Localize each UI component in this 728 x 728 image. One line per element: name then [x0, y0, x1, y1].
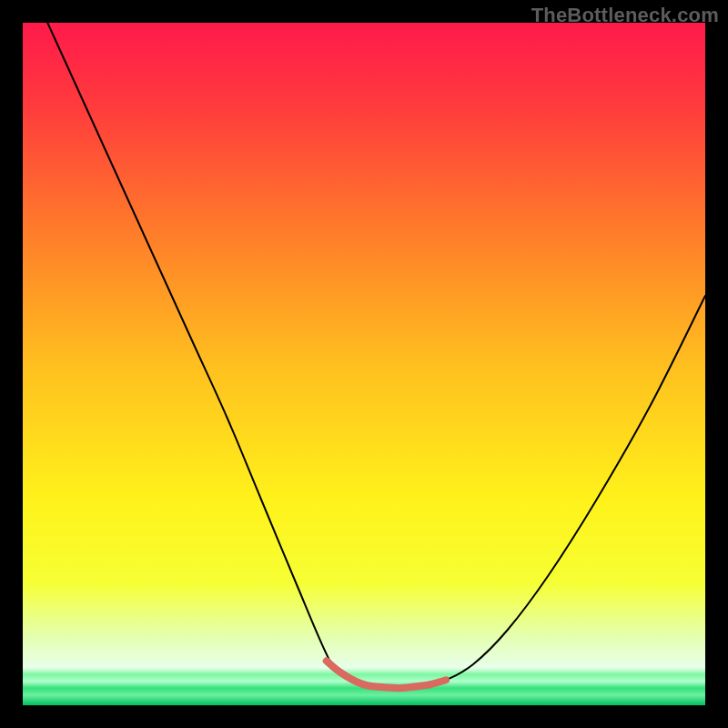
chart-svg: [23, 23, 705, 705]
gradient-background: [23, 23, 705, 705]
chart-frame: TheBottleneck.com: [0, 0, 728, 728]
watermark-text: TheBottleneck.com: [531, 4, 719, 27]
plot-area: [23, 23, 705, 705]
